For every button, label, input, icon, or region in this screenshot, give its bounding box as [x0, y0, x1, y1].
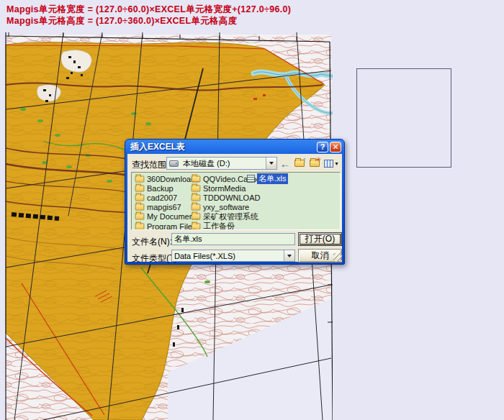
folder-icon [135, 214, 145, 220]
open-button[interactable]: 打开(O) [298, 232, 342, 246]
folder-icon [135, 185, 145, 191]
chevron-down-icon [269, 162, 274, 165]
folder-icon [135, 223, 145, 229]
new-folder-icon[interactable]: ✳ [308, 157, 321, 170]
dialog-client-area: 查找范围(I): 本地磁盘 (D:) ← ↑ ✳ ▾ [127, 154, 342, 262]
folder-icon [135, 194, 145, 201]
filetype-combobox[interactable]: Data Files(*.XLS) [171, 250, 295, 262]
excel-file-icon [247, 175, 255, 183]
folder-icon [192, 223, 201, 229]
folder-item[interactable]: mapgis67 [135, 203, 199, 212]
insert-excel-dialog: 插入EXCEL表 ? ✕ 查找范围(I): 本地磁盘 (D:) ← ↑ ✳ [125, 139, 345, 265]
views-menu-icon[interactable]: ▾ [323, 157, 339, 170]
folder-item[interactable]: yxy_software [191, 203, 261, 212]
folder-icon [192, 194, 201, 201]
chevron-down-icon [287, 255, 292, 257]
mapgis-width-formula: Mapgis单元格宽度 = (127.0÷60.0)×EXCEL单元格宽度+(1… [6, 4, 291, 16]
close-button[interactable]: ✕ [330, 142, 341, 152]
dialog-title: 插入EXCEL表 [130, 141, 315, 153]
folder-item[interactable]: TDDOWNLOAD [191, 193, 261, 202]
lookin-dropdown-button[interactable] [266, 158, 276, 169]
filename-input[interactable] [171, 233, 295, 245]
filename-label: 文件名(N): [132, 236, 172, 248]
help-button[interactable]: ? [317, 142, 328, 152]
folder-item[interactable]: Program Files [135, 222, 199, 230]
resize-grip[interactable] [333, 253, 342, 262]
filetype-value: Data Files(*.XLS) [172, 252, 284, 260]
folder-item[interactable]: StormMedia [191, 183, 261, 193]
folder-item[interactable]: 工作备份 [191, 222, 261, 230]
filetype-dropdown-button[interactable] [284, 250, 294, 261]
up-one-level-icon[interactable]: ↑ [293, 157, 306, 170]
screen: Mapgis单元格宽度 = (127.0÷60.0)×EXCEL单元格宽度+(1… [0, 0, 504, 420]
disk-icon [169, 160, 179, 167]
file-list[interactable]: 360Downloads Backup cad2007 mapgis67 My … [131, 172, 341, 230]
lookin-combobox[interactable]: 本地磁盘 (D:) [166, 157, 277, 170]
folder-icon [192, 175, 201, 182]
folder-icon [192, 214, 201, 220]
dialog-titlebar[interactable]: 插入EXCEL表 ? ✕ [125, 140, 344, 154]
mapgis-height-formula: Mapgis单元格高度 = (127.0÷360.0)×EXCEL单元格高度 [6, 15, 237, 27]
folder-icon [192, 204, 201, 211]
folder-icon [135, 204, 145, 211]
map-inset-rectangle [356, 68, 451, 168]
selected-file-item[interactable]: 名单.xls [247, 174, 288, 183]
folder-item[interactable]: Backup [135, 183, 199, 193]
folder-icon [192, 185, 201, 191]
folder-icon [135, 175, 145, 182]
folder-item[interactable]: 360Downloads [135, 174, 199, 183]
back-icon[interactable]: ← [279, 157, 291, 170]
folder-item[interactable]: cad2007 [135, 193, 199, 202]
lookin-value: 本地磁盘 (D:) [181, 158, 266, 169]
folder-item[interactable]: My Documents [135, 212, 199, 222]
folder-item[interactable]: 采矿权管理系统 [191, 212, 261, 222]
